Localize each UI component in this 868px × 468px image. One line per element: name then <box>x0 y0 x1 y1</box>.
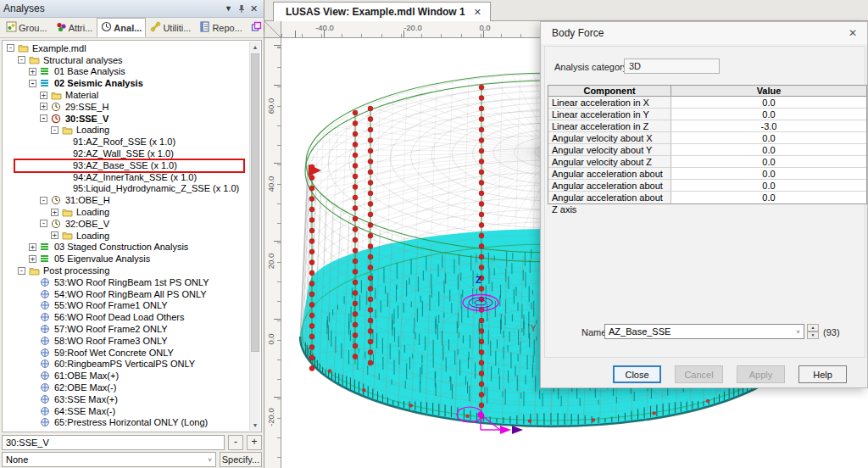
tree-item[interactable]: 91:AZ_Roof_SSE (x 1.0) <box>3 136 248 148</box>
tree-item[interactable]: +03 Staged Construction Analysis <box>3 242 248 254</box>
expand-icon[interactable]: + <box>29 68 36 75</box>
loadcase-increment-button[interactable]: + <box>247 435 262 450</box>
tree-item[interactable]: -Post processing <box>3 265 248 276</box>
expand-icon[interactable]: + <box>51 231 58 239</box>
value-cell[interactable]: 0.0 <box>671 144 866 156</box>
loadcase-decrement-button[interactable]: - <box>228 435 243 450</box>
tree-item[interactable]: 59:Roof Wet Concrete ONLY <box>3 347 248 359</box>
tree-item[interactable]: 60:RingbeamPS VerticalPS ONLY <box>3 359 248 370</box>
tree-item[interactable]: 61:OBE Max(+) <box>3 370 248 382</box>
expand-icon[interactable]: + <box>29 255 36 263</box>
scroll-thumb[interactable] <box>251 53 259 352</box>
tree-item[interactable]: +Material <box>3 89 248 101</box>
tree-item[interactable]: -32:OBE_V <box>3 218 248 230</box>
tree-item-label: 91:AZ_Roof_SSE (x 1.0) <box>73 136 175 147</box>
tree-item-label: 64:SSE Max(-) <box>54 406 115 416</box>
help-button[interactable]: Help <box>798 365 847 383</box>
folder-icon <box>29 265 41 276</box>
h-ruler-label: -40.0 <box>315 23 334 32</box>
folder-icon <box>62 231 74 241</box>
value-cell[interactable]: -3.0 <box>671 120 866 132</box>
toolbar-tab-label: Repo... <box>212 23 242 33</box>
name-spinner[interactable]: ▲ ▼ <box>807 324 819 339</box>
spinner-up-icon[interactable]: ▲ <box>807 324 819 332</box>
collapse-icon[interactable]: - <box>18 56 25 64</box>
collapse-icon[interactable]: - <box>40 220 47 227</box>
value-cell[interactable]: 0.0 <box>671 168 866 180</box>
value-cell[interactable]: 0.0 <box>671 156 866 168</box>
loadcase-id-text: (93) <box>823 327 840 337</box>
name-combobox[interactable]: AZ_Base_SSE ˅ <box>604 324 804 339</box>
value-cell[interactable]: 0.0 <box>671 180 866 192</box>
close-icon[interactable]: ✕ <box>248 3 260 15</box>
filter-dropdown[interactable]: None ˅ <box>2 452 216 467</box>
toolbar-tab-anal[interactable]: Anal... <box>97 18 146 37</box>
cancel-button[interactable]: Cancel <box>675 365 723 383</box>
tree-item[interactable]: +01 Base Analysis <box>3 66 248 78</box>
menu-down-icon[interactable]: ▼ <box>222 3 235 15</box>
scroll-down-icon[interactable]: ▼ <box>250 420 260 431</box>
specify-button[interactable]: Specify... <box>220 452 262 467</box>
tree-item[interactable]: -30:SSE_V <box>3 113 248 125</box>
collapse-icon[interactable]: - <box>40 197 47 204</box>
tree-item[interactable]: 56:WO Roof Dead Load Others <box>3 311 248 323</box>
tree-item[interactable]: -02 Seismic Analysis <box>3 77 248 89</box>
tree-item[interactable]: 94:AZ_InnerTank_SSE (x 1.0) <box>3 171 248 183</box>
view-tab[interactable]: LUSAS View: Example.mdl Window 1 ✕ <box>273 2 491 21</box>
expand-icon[interactable]: + <box>29 243 36 251</box>
collapse-icon[interactable]: - <box>29 80 36 87</box>
tree-item[interactable]: 63:SSE Max(+) <box>3 393 248 405</box>
active-loadcase-input[interactable] <box>2 435 225 450</box>
collapse-icon[interactable]: - <box>40 114 47 122</box>
tree-item[interactable]: 54:WO Roof RingBeam All PS ONLY <box>3 288 248 300</box>
tree-item[interactable]: 65:Prestress Horizontal ONLY (Long) <box>3 417 248 429</box>
tree-item[interactable]: 57:WO Roof Frame2 ONLY <box>3 323 248 335</box>
tree-item[interactable]: -Structural analyses <box>3 54 248 66</box>
pin-icon[interactable] <box>235 3 248 15</box>
tree-item[interactable]: 95:Liquid_Hydrodynamic_Z_SSE (x 1.0) <box>3 183 248 195</box>
toolbar-tab-repo[interactable]: Repo... <box>195 18 246 37</box>
tree-item[interactable]: 55:WO Roof Frame1 ONLY <box>3 300 248 312</box>
spinner-down-icon[interactable]: ▼ <box>807 332 819 339</box>
tree-item[interactable]: +29:SSE_H <box>3 101 248 113</box>
close-button[interactable]: Close <box>613 365 661 383</box>
expand-icon[interactable]: + <box>40 92 47 99</box>
tree-item[interactable]: -Example.mdl <box>3 42 248 54</box>
tree-item[interactable]: -31:OBE_H <box>3 194 248 206</box>
h-ruler-label: 0.0 <box>479 23 490 32</box>
toolbar-tab-attri[interactable]: Attri... <box>52 18 97 37</box>
table-header-row: Component Value <box>548 86 866 97</box>
component-cell: Angular velocity about X axis <box>548 132 671 144</box>
tree-item[interactable]: 64:SSE Max(-) <box>3 405 248 417</box>
toolbar-tab-utiliti[interactable]: Utiliti... <box>146 18 195 37</box>
collapse-icon[interactable]: - <box>18 267 25 275</box>
toolbar-tab-grou[interactable]: Grou... <box>2 18 52 37</box>
tree-item[interactable]: 62:OBE Max(-) <box>3 382 248 393</box>
tree-item[interactable]: -Loading <box>3 125 248 136</box>
tree-item[interactable]: 53:WO Roof RingBeam 1st PS ONLY <box>3 276 248 288</box>
analysis-category-field: 3D <box>624 58 720 74</box>
tree-item[interactable]: +05 Eigenvalue Analysis <box>3 253 248 265</box>
result-icon <box>40 324 52 334</box>
tree-item[interactable]: 58:WO Roof Frame3 ONLY <box>3 335 248 347</box>
collapse-icon[interactable]: - <box>51 126 58 134</box>
view-tab-close-icon[interactable]: ✕ <box>474 7 481 18</box>
collapse-icon[interactable]: - <box>7 44 14 52</box>
tree-scrollbar[interactable]: ▲ ▼ <box>249 42 260 431</box>
chevron-down-icon: ˅ <box>208 456 212 464</box>
scroll-up-icon[interactable]: ▲ <box>250 42 260 53</box>
value-cell[interactable]: 0.0 <box>671 97 866 109</box>
value-cell[interactable]: 0.0 <box>671 132 866 144</box>
apply-button[interactable]: Apply <box>737 365 785 383</box>
dialog-close-icon[interactable]: ✕ <box>845 27 860 39</box>
tree-item[interactable]: 92:AZ_Wall_SSE (x 1.0) <box>3 148 248 159</box>
expand-icon[interactable]: + <box>40 103 47 110</box>
expand-icon[interactable]: + <box>51 209 58 216</box>
tree-item[interactable]: +Loading <box>3 230 248 242</box>
result-icon <box>40 312 52 322</box>
dialog-titlebar[interactable]: Body Force ✕ <box>541 22 867 44</box>
value-cell[interactable]: 0.0 <box>671 109 866 120</box>
tree-item[interactable]: +Loading <box>3 206 248 218</box>
value-cell[interactable]: 0.0 <box>671 192 866 203</box>
tree-item[interactable]: 93:AZ_Base_SSE (x 1.0) <box>3 159 248 171</box>
